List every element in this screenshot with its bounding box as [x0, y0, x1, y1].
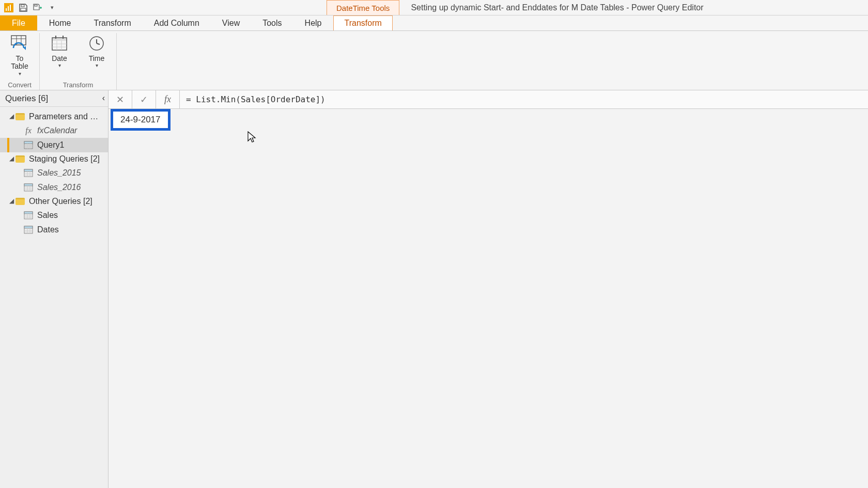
- caret-icon: ◢: [9, 113, 16, 120]
- result-value-cell[interactable]: 24-9-2017: [111, 109, 171, 131]
- date-label: Date: [52, 55, 67, 62]
- queries-panel: Queries [6] ‹ ◢Parameters and Fu...fxfxC…: [0, 90, 109, 488]
- queries-header: Queries [6] ‹: [0, 90, 108, 107]
- query-item[interactable]: Sales: [0, 208, 108, 223]
- svg-rect-5: [21, 8, 26, 11]
- folder-icon: [16, 155, 25, 163]
- content-area: ✕ ✓ fx = List.Min(Sales[OrderDate]) 24-9…: [109, 90, 868, 488]
- query-label: Dates: [37, 225, 59, 234]
- svg-rect-3: [10, 5, 11, 11]
- save-icon[interactable]: [18, 2, 29, 13]
- save-as-icon[interactable]: [32, 2, 43, 13]
- qat-dropdown-icon[interactable]: ▾: [47, 2, 58, 13]
- clock-icon: [86, 33, 107, 54]
- tab-help[interactable]: Help: [294, 15, 333, 30]
- table-icon: [24, 226, 33, 234]
- tab-transform[interactable]: Transform: [83, 15, 142, 30]
- ribbon-tabs: File Home Transform Add Column View Tool…: [0, 15, 868, 31]
- ribbon: To Table ▾ Convert Date ▾ Time ▾ Tran: [0, 31, 868, 90]
- query-label: Sales: [37, 211, 58, 220]
- queries-tree: ◢Parameters and Fu...fxfxCalendarQuery1◢…: [0, 107, 108, 237]
- tree-folder[interactable]: ◢Staging Queries [2]: [0, 152, 108, 166]
- date-button[interactable]: Date ▾: [45, 33, 74, 68]
- svg-rect-41: [24, 212, 33, 214]
- query-item[interactable]: Dates: [0, 223, 108, 237]
- cursor-icon: [247, 131, 256, 143]
- ribbon-group-transform: Date ▾ Time ▾ Transform: [40, 33, 117, 90]
- query-label: Sales_2016: [37, 183, 81, 192]
- caret-icon: ◢: [9, 155, 16, 162]
- chevron-down-icon: ▾: [96, 62, 98, 68]
- tab-view[interactable]: View: [211, 15, 251, 30]
- folder-label: Staging Queries [2]: [29, 154, 100, 164]
- formula-bar: ✕ ✓ fx = List.Min(Sales[OrderDate]): [109, 90, 868, 109]
- svg-rect-4: [21, 5, 24, 7]
- main-area: Queries [6] ‹ ◢Parameters and Fu...fxfxC…: [0, 90, 868, 488]
- svg-rect-12: [52, 38, 67, 41]
- tab-home[interactable]: Home: [38, 15, 82, 30]
- query-item[interactable]: Sales_2016: [0, 180, 108, 195]
- folder-icon: [16, 198, 25, 205]
- collapse-panel-button[interactable]: ‹: [102, 93, 105, 103]
- calendar-icon: [49, 33, 70, 54]
- svg-rect-7: [11, 36, 26, 45]
- svg-rect-6: [35, 5, 37, 6]
- query-label: fxCalendar: [37, 126, 77, 135]
- time-label: Time: [89, 55, 105, 62]
- chevron-down-icon: ▾: [19, 71, 21, 76]
- query-item[interactable]: fxfxCalendar: [0, 123, 108, 138]
- caret-icon: ◢: [9, 197, 16, 204]
- formula-input[interactable]: = List.Min(Sales[OrderDate]): [180, 95, 868, 104]
- quick-access-toolbar: ▾: [0, 2, 58, 13]
- context-tab-group: DateTime Tools: [327, 0, 399, 15]
- group-convert-title: Convert: [8, 81, 32, 90]
- to-table-label: To Table: [11, 55, 28, 71]
- formula-cancel-button[interactable]: ✕: [109, 90, 132, 108]
- table-icon: [24, 169, 33, 177]
- queries-title: Queries [6]: [5, 93, 48, 104]
- query-label: Sales_2015: [37, 168, 81, 178]
- svg-rect-47: [24, 226, 33, 228]
- app-icon: [3, 2, 14, 13]
- tree-folder[interactable]: ◢Parameters and Fu...: [0, 110, 108, 123]
- svg-rect-23: [24, 141, 33, 144]
- ribbon-group-convert: To Table ▾ Convert: [0, 33, 40, 90]
- chevron-down-icon: ▾: [58, 62, 61, 68]
- svg-rect-2: [8, 6, 9, 11]
- table-icon: [24, 211, 33, 219]
- to-table-icon: [9, 33, 30, 54]
- svg-rect-35: [24, 184, 33, 186]
- window-title: Setting up dynamic Start- and Enddates f…: [411, 3, 703, 12]
- fx-icon[interactable]: fx: [156, 90, 180, 108]
- tab-tools[interactable]: Tools: [252, 15, 292, 30]
- query-item[interactable]: Sales_2015: [0, 166, 108, 180]
- time-button[interactable]: Time ▾: [82, 33, 111, 68]
- to-table-button[interactable]: To Table ▾: [5, 33, 34, 76]
- tab-context-transform[interactable]: Transform: [333, 15, 392, 30]
- folder-icon: [16, 113, 25, 120]
- table-icon: [24, 141, 33, 149]
- tab-add-column[interactable]: Add Column: [143, 15, 210, 30]
- folder-label: Parameters and Fu...: [29, 112, 101, 121]
- tab-file[interactable]: File: [0, 15, 37, 30]
- query-label: Query1: [37, 140, 64, 150]
- formula-confirm-button[interactable]: ✓: [132, 90, 156, 108]
- query-item[interactable]: Query1: [0, 138, 108, 152]
- svg-line-21: [97, 43, 100, 44]
- tree-folder[interactable]: ◢Other Queries [2]: [0, 195, 108, 208]
- group-transform-title: Transform: [63, 81, 94, 90]
- title-bar: ▾ DateTime Tools Setting up dynamic Star…: [0, 0, 868, 15]
- fx-icon: fx: [24, 127, 33, 135]
- folder-label: Other Queries [2]: [29, 197, 92, 206]
- svg-rect-1: [6, 8, 7, 11]
- svg-rect-29: [24, 169, 33, 171]
- table-icon: [24, 183, 33, 192]
